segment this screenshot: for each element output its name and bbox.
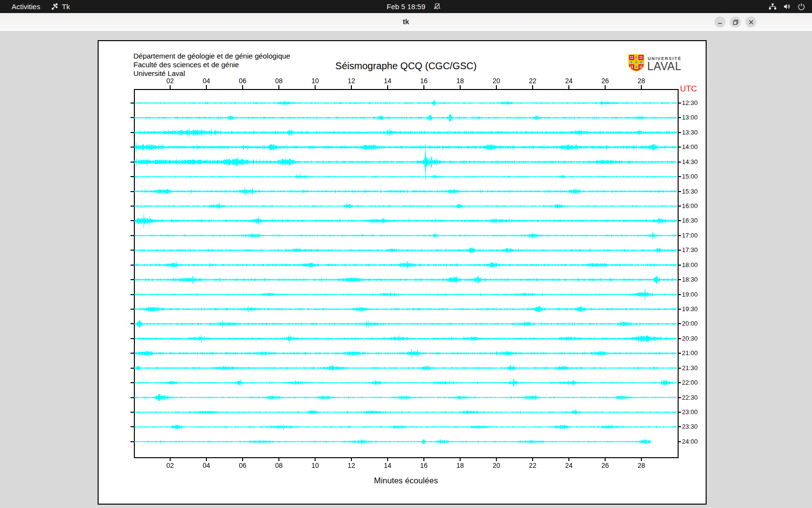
x-tick-label-bottom: 06 bbox=[233, 462, 252, 469]
trace-tick-right bbox=[678, 206, 681, 207]
x-axis-label: Minutes écoulées bbox=[309, 476, 503, 486]
x-tick-top bbox=[532, 85, 533, 89]
gnome-top-bar: Activities Tk Feb 5 18:59 bbox=[0, 0, 812, 13]
trace-tick-left bbox=[130, 220, 134, 221]
trace-tick-right bbox=[678, 117, 681, 118]
trace-tick-right bbox=[678, 338, 681, 339]
minimize-button[interactable] bbox=[714, 16, 725, 28]
seismograph-canvas: Département de géologie et de génie géol… bbox=[98, 40, 707, 505]
trace-tick-left bbox=[130, 162, 134, 163]
x-tick-label-top: 22 bbox=[523, 77, 542, 85]
trace-tick-left bbox=[130, 368, 134, 369]
x-tick-label-top: 18 bbox=[450, 77, 470, 85]
trace-tick-left bbox=[130, 206, 134, 207]
utc-time-label: 12:30 bbox=[682, 99, 698, 107]
minimize-icon bbox=[717, 19, 723, 25]
x-tick-bottom bbox=[387, 457, 388, 461]
x-tick-bottom bbox=[170, 457, 171, 461]
trace-tick-left bbox=[130, 265, 134, 266]
x-tick-label-bottom: 12 bbox=[342, 462, 361, 469]
utc-time-label: 16:30 bbox=[682, 217, 698, 224]
x-tick-label-bottom: 16 bbox=[414, 462, 434, 469]
trace-tick-left bbox=[130, 235, 134, 236]
trace-tick-left bbox=[130, 191, 134, 192]
screen: Activities Tk Feb 5 18:59 bbox=[0, 0, 812, 508]
clock-menu[interactable]: Feb 5 18:59 bbox=[372, 0, 440, 13]
power-icon bbox=[798, 3, 805, 11]
x-tick-label-bottom: 24 bbox=[559, 462, 579, 469]
x-tick-label-top: 12 bbox=[342, 77, 361, 85]
x-tick-bottom bbox=[496, 457, 497, 461]
x-tick-label-top: 02 bbox=[160, 77, 180, 85]
trace-tick-left bbox=[130, 147, 134, 148]
x-tick-top bbox=[170, 85, 171, 89]
window-title: tk bbox=[0, 13, 812, 30]
trace-tick-left bbox=[130, 309, 134, 310]
x-tick-top bbox=[206, 85, 207, 89]
utc-time-label: 20:30 bbox=[682, 335, 698, 343]
trace-tick-left bbox=[130, 441, 134, 442]
trace-tick-right bbox=[678, 294, 681, 295]
maximize-button[interactable] bbox=[730, 16, 741, 28]
network-icon bbox=[768, 3, 777, 10]
volume-icon bbox=[783, 3, 791, 10]
utc-time-label: 17:30 bbox=[682, 246, 698, 254]
trace-tick-left bbox=[130, 426, 134, 427]
utc-time-label: 14:00 bbox=[682, 143, 698, 151]
utc-time-label: 14:30 bbox=[682, 158, 698, 166]
utc-time-label: 15:00 bbox=[682, 173, 698, 180]
utc-time-label: 21:30 bbox=[682, 364, 698, 372]
x-tick-label-bottom: 04 bbox=[197, 462, 216, 469]
close-icon bbox=[748, 19, 754, 25]
x-tick-top bbox=[605, 85, 606, 89]
utc-time-label: 20:00 bbox=[682, 320, 698, 328]
trace-tick-right bbox=[678, 132, 681, 133]
window-titlebar[interactable]: tk bbox=[0, 13, 812, 31]
app-menu[interactable]: Tk bbox=[51, 0, 70, 13]
x-tick-bottom bbox=[278, 457, 279, 461]
trace-tick-right bbox=[678, 412, 681, 413]
x-tick-bottom bbox=[568, 457, 569, 461]
utc-label: UTC bbox=[680, 84, 697, 94]
x-tick-label-bottom: 18 bbox=[450, 462, 470, 469]
x-tick-top bbox=[568, 85, 569, 89]
x-tick-label-top: 16 bbox=[414, 77, 434, 85]
utc-time-label: 24:00 bbox=[682, 438, 698, 446]
trace-tick-left bbox=[130, 103, 134, 104]
trace-tick-right bbox=[678, 265, 681, 266]
trace-tick-left bbox=[130, 132, 134, 133]
trace-tick-right bbox=[678, 220, 681, 221]
trace-tick-left bbox=[130, 382, 134, 383]
trace-tick-left bbox=[130, 117, 134, 118]
utc-time-label: 18:00 bbox=[682, 261, 698, 269]
trace-tick-left bbox=[130, 353, 134, 354]
trace-tick-right bbox=[678, 162, 681, 163]
trace-tick-left bbox=[130, 250, 134, 251]
trace-tick-right bbox=[678, 103, 681, 104]
trace-tick-right bbox=[678, 191, 681, 192]
trace-tick-left bbox=[130, 323, 134, 324]
x-tick-label-top: 14 bbox=[378, 77, 397, 85]
x-tick-label-top: 28 bbox=[632, 77, 651, 85]
activities-button[interactable]: Activities bbox=[9, 0, 43, 13]
trace-tick-right bbox=[678, 323, 681, 324]
x-tick-bottom bbox=[206, 457, 207, 461]
x-tick-label-top: 04 bbox=[197, 77, 216, 85]
x-tick-label-bottom: 28 bbox=[632, 462, 651, 469]
helicorder-traces bbox=[99, 41, 706, 504]
close-button[interactable] bbox=[745, 16, 756, 28]
utc-time-label: 15:30 bbox=[682, 188, 698, 195]
system-status-area[interactable] bbox=[768, 0, 805, 13]
trace-tick-left bbox=[130, 279, 134, 280]
tk-icon bbox=[51, 3, 58, 10]
x-tick-top bbox=[387, 85, 388, 89]
trace-tick-right bbox=[678, 309, 681, 310]
x-tick-top bbox=[242, 85, 243, 89]
x-tick-bottom bbox=[423, 457, 424, 461]
x-tick-label-bottom: 14 bbox=[378, 462, 397, 469]
x-tick-label-bottom: 08 bbox=[269, 462, 289, 469]
x-tick-label-bottom: 26 bbox=[595, 462, 615, 469]
x-tick-top bbox=[641, 85, 642, 89]
x-tick-label-bottom: 10 bbox=[305, 462, 325, 469]
x-tick-top bbox=[315, 85, 316, 89]
